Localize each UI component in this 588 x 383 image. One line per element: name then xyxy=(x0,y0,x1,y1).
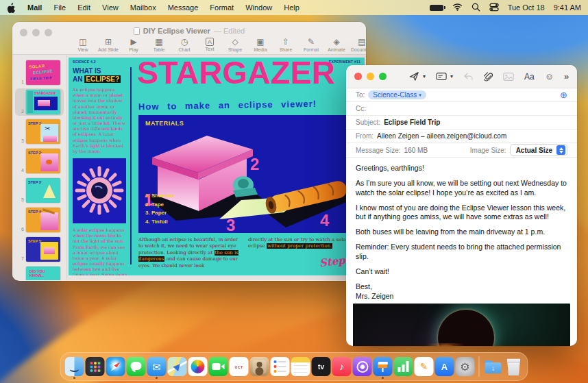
chevron-down-icon[interactable]: ▾ xyxy=(423,73,426,79)
mail-window-controls[interactable] xyxy=(354,73,387,80)
dock-icon-system-settings[interactable] xyxy=(456,357,475,376)
dock-icon-mail[interactable] xyxy=(147,357,167,376)
subject-label: Subject: xyxy=(356,119,380,126)
emoji-icon[interactable]: ☺ xyxy=(545,71,554,82)
chevron-down-icon[interactable]: ▾ xyxy=(450,73,453,79)
dock-icon-podcasts[interactable] xyxy=(353,357,372,376)
wifi-icon[interactable] xyxy=(452,3,463,12)
message-body[interactable]: Greetings, earthlings! As I’m sure you a… xyxy=(346,158,577,301)
dock-icon-app-store[interactable]: A xyxy=(435,357,454,376)
dock-icon-keynote[interactable] xyxy=(373,357,393,376)
keynote-window-controls[interactable] xyxy=(20,29,52,36)
minimize-icon[interactable] xyxy=(32,29,40,36)
dock-icon-pages[interactable] xyxy=(415,357,434,376)
spotlight-icon[interactable] xyxy=(471,3,480,13)
dock-icon-maps[interactable] xyxy=(168,357,187,376)
keynote-window[interactable]: DIY Eclipse Viewer — Edited ◫View ⊞Add S… xyxy=(12,22,366,281)
more-chevron-icon[interactable]: » xyxy=(564,71,569,82)
table-button[interactable]: ▦Table xyxy=(151,38,167,52)
slide-thumbnail-1[interactable]: 1 SOLARECLIPSEFIELD TRIP xyxy=(12,59,66,86)
keynote-toolbar: ◫View ⊞Add Slide ▶Play ▦Table ◷Chart ATe… xyxy=(12,36,366,52)
table-icon: ▦ xyxy=(155,38,162,47)
dock-icon-launchpad[interactable] xyxy=(86,357,105,376)
slide-subtitle: How to make an eclipse viewer! xyxy=(138,99,317,112)
from-field[interactable]: From: Aileen Zeigen – aileen.zeigen@iclo… xyxy=(346,129,577,143)
slide-thumbnail-2-selected[interactable]: 2 STARGAZER xyxy=(15,88,64,116)
dock-icon-apple-tv[interactable]: tv xyxy=(312,357,331,376)
menu-window[interactable]: Window xyxy=(245,3,272,12)
header-fields-icon[interactable] xyxy=(436,72,447,81)
play-button[interactable]: ▶Play xyxy=(126,38,141,52)
add-slide-button[interactable]: ⊞Add Slide xyxy=(101,38,116,52)
menu-mailbox[interactable]: Mailbox xyxy=(130,3,156,12)
subject-field[interactable]: Subject: Eclipse Field Trip xyxy=(346,116,577,129)
dock-icon-calendar[interactable]: OCT18 xyxy=(230,357,249,376)
svg-text:3: 3 xyxy=(226,216,235,233)
battery-icon[interactable] xyxy=(430,5,443,11)
menu-mail[interactable]: Mail xyxy=(27,3,42,12)
menu-format[interactable]: Format xyxy=(210,3,234,12)
menu-edit[interactable]: Edit xyxy=(77,3,90,12)
zoom-icon[interactable] xyxy=(45,29,52,36)
menu-bar-time[interactable]: 9:41 AM xyxy=(554,3,581,12)
dock-icon-facetime[interactable] xyxy=(209,357,228,376)
slide-canvas: SCIENCE 4.2 EXPERIMENT #11 WHAT IS AN EC… xyxy=(67,55,366,280)
attach-icon[interactable] xyxy=(484,71,493,82)
minimize-icon[interactable] xyxy=(367,73,374,80)
mail-compose-window[interactable]: ▾ ▾ Aa ☺ » To: Science-Class▾ ⊕ Cc: Subj… xyxy=(346,65,577,346)
heading-eclipse-highlight: ECLIPSE? xyxy=(84,75,121,83)
dock-icon-messages[interactable] xyxy=(127,357,146,376)
menu-message[interactable]: Message xyxy=(168,3,199,12)
close-icon[interactable] xyxy=(20,29,27,36)
dock-icon-trash[interactable] xyxy=(504,357,524,376)
format-text-icon[interactable]: Aa xyxy=(524,72,535,82)
format-button[interactable]: ✎Format xyxy=(304,38,319,52)
to-field[interactable]: To: Science-Class▾ ⊕ xyxy=(346,88,577,102)
apple-menu[interactable] xyxy=(7,3,16,13)
menu-file[interactable]: File xyxy=(53,3,66,12)
slide-thumbnail-5[interactable]: 5 STEP 3: xyxy=(12,177,66,204)
image-size-select[interactable]: Actual Size xyxy=(510,144,567,156)
dock-icon-reminders[interactable] xyxy=(271,357,290,376)
slide-navigator[interactable]: 1 SOLARECLIPSEFIELD TRIP 2 STARGAZER 3 S… xyxy=(12,55,67,280)
dock-icon-numbers[interactable] xyxy=(394,357,413,376)
menu-view[interactable]: View xyxy=(102,3,119,12)
slide-stargazer[interactable]: SCIENCE 4.2 EXPERIMENT #11 WHAT IS AN EC… xyxy=(69,58,365,275)
cc-field[interactable]: Cc: xyxy=(346,102,577,116)
format-icon: ✎ xyxy=(308,38,315,47)
recipient-token[interactable]: Science-Class▾ xyxy=(368,90,426,99)
text-button[interactable]: AText xyxy=(202,38,217,51)
media-button[interactable]: ▣Media xyxy=(253,38,268,52)
to-label: To: xyxy=(356,91,365,99)
document-button[interactable]: ▤Document xyxy=(354,38,366,52)
dock: OCT18 tv A xyxy=(60,352,528,381)
dock-icon-finder[interactable] xyxy=(65,357,84,376)
animate-button[interactable]: ◈Animate xyxy=(329,38,344,52)
slide-thumbnail-6[interactable]: 6 STEP 4: xyxy=(12,206,66,234)
view-button[interactable]: ◫View xyxy=(75,38,90,52)
document-icon xyxy=(134,27,140,35)
slide-thumbnail-8[interactable]: 8 DID YOU KNOW... xyxy=(12,265,66,280)
add-contact-icon[interactable]: ⊕ xyxy=(560,90,567,99)
dock-icon-contacts[interactable] xyxy=(250,357,269,376)
dock-icon-notes[interactable] xyxy=(291,357,310,376)
dock-icon-downloads[interactable] xyxy=(484,357,503,376)
control-center-icon[interactable] xyxy=(489,3,499,13)
eclipse-attachment-image[interactable] xyxy=(353,304,570,346)
dock-icon-music[interactable] xyxy=(332,357,352,376)
dock-icon-safari[interactable] xyxy=(106,357,125,376)
send-icon[interactable] xyxy=(409,71,419,82)
menu-bar-date[interactable]: Tue Oct 18 xyxy=(508,3,545,12)
slide-divider xyxy=(130,67,132,264)
slide-thumbnail-7[interactable]: 7 STEP 5: xyxy=(12,236,66,263)
menu-help[interactable]: Help xyxy=(284,3,299,12)
close-icon[interactable] xyxy=(354,73,362,80)
dock-icon-photos[interactable] xyxy=(188,357,208,376)
share-button[interactable]: ⇧Share xyxy=(278,38,293,52)
slide-thumbnail-4[interactable]: 4 STEP 2: xyxy=(12,147,66,175)
slide-thumbnail-3[interactable]: 3 STEP 1: xyxy=(12,118,66,145)
chart-button[interactable]: ◷Chart xyxy=(177,38,192,52)
keynote-titlebar: DIY Eclipse Viewer — Edited ◫View ⊞Add S… xyxy=(12,22,366,55)
shape-button[interactable]: ◇Shape xyxy=(228,38,243,52)
zoom-icon[interactable] xyxy=(379,73,387,80)
